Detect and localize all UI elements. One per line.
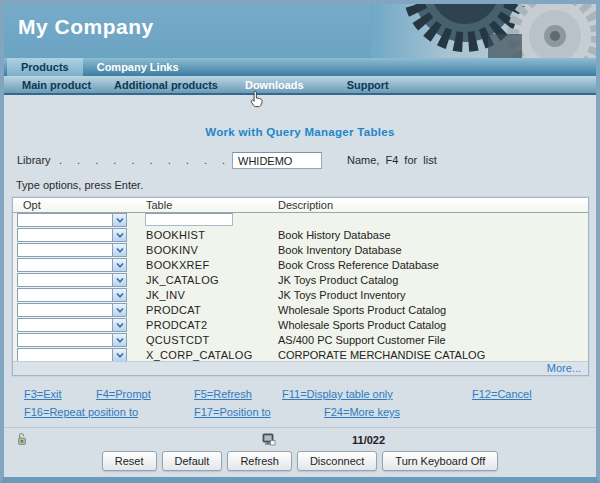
table-description: CORPORATE MERCHANDISE CATALOG bbox=[278, 349, 485, 361]
table-description: JK Toys Product Catalog bbox=[278, 274, 398, 286]
table-position-row bbox=[13, 213, 588, 228]
library-row: Library . . . . . . . . . . . Name, F4 f… bbox=[17, 152, 586, 169]
table-name: JK_CATALOG bbox=[146, 274, 219, 286]
table-name: BOOKHIST bbox=[146, 229, 205, 241]
table-name: X_CORP_CATALOG bbox=[146, 349, 253, 361]
table-name: BOOKXREF bbox=[146, 259, 210, 271]
status-separator bbox=[4, 427, 596, 428]
opt-dropdown[interactable] bbox=[17, 243, 127, 257]
chevron-down-icon bbox=[112, 349, 126, 361]
disconnect-button[interactable]: Disconnect bbox=[297, 451, 377, 471]
table-description: Book History Database bbox=[278, 229, 391, 241]
opt-dropdown[interactable] bbox=[17, 228, 127, 242]
tab-bar: ProductsCompany Links bbox=[4, 58, 596, 76]
chevron-down-icon bbox=[112, 334, 126, 346]
opt-dropdown[interactable] bbox=[17, 288, 127, 302]
opt-dropdown[interactable] bbox=[17, 258, 127, 272]
function-keys-row-1: F3=ExitF4=PromptF5=RefreshF11=Display ta… bbox=[4, 388, 596, 404]
chevron-down-icon bbox=[112, 229, 126, 241]
fkey-f3[interactable]: F3=Exit bbox=[24, 388, 62, 400]
opt-dropdown[interactable] bbox=[17, 273, 127, 287]
reset-button[interactable]: Reset bbox=[102, 451, 157, 471]
table-row: BOOKHISTBook History Database bbox=[13, 228, 588, 243]
opt-dropdown[interactable] bbox=[17, 318, 127, 332]
menu-item-downloads[interactable]: Downloads bbox=[245, 79, 304, 91]
table-row: QCUSTCDTAS/400 PC Support Customer File bbox=[13, 333, 588, 348]
tables-panel: Opt Table Description BOOKHISTBook Histo… bbox=[12, 197, 589, 376]
table-row: JK_INVJK Toys Product Inventory bbox=[13, 288, 588, 303]
chevron-down-icon bbox=[112, 274, 126, 286]
fkey-f4[interactable]: F4=Prompt bbox=[96, 388, 151, 400]
library-input[interactable] bbox=[232, 152, 322, 169]
panel-footer: More... bbox=[13, 361, 588, 375]
page-header: My Company bbox=[4, 4, 596, 58]
cursor-position: 11/022 bbox=[352, 434, 385, 446]
table-name: PRODCAT bbox=[146, 304, 201, 316]
opt-dropdown[interactable] bbox=[17, 213, 127, 227]
table-row: BOOKXREFBook Cross Reference Database bbox=[13, 258, 588, 273]
fkey-f17[interactable]: F17=Position to bbox=[194, 406, 271, 418]
library-hint: Name, F4 for list bbox=[347, 154, 437, 166]
browser-page: My Company ProductsCompany Links Main pr… bbox=[0, 0, 600, 483]
function-keys-row-2: F16=Repeat position toF17=Position toF24… bbox=[4, 406, 596, 422]
fkey-f12[interactable]: F12=Cancel bbox=[472, 388, 532, 400]
table-name: QCUSTCDT bbox=[146, 334, 210, 346]
table-description: Wholesale Sports Product Catalog bbox=[278, 319, 446, 331]
company-logo-text: My Company bbox=[18, 15, 154, 39]
chevron-down-icon bbox=[112, 259, 126, 271]
table-description: Book Cross Reference Database bbox=[278, 259, 439, 271]
column-header-description: Description bbox=[278, 199, 333, 211]
table-description: Wholesale Sports Product Catalog bbox=[278, 304, 446, 316]
screen-title: Work with Query Manager Tables bbox=[4, 126, 596, 138]
fkey-f11[interactable]: F11=Display table only bbox=[282, 388, 393, 400]
hand-cursor-icon bbox=[250, 90, 265, 108]
table-name: JK_INV bbox=[146, 289, 185, 301]
column-header-table: Table bbox=[146, 199, 172, 211]
library-label: Library bbox=[17, 154, 51, 166]
default-button[interactable]: Default bbox=[162, 451, 223, 471]
chevron-down-icon bbox=[112, 319, 126, 331]
position-to-input[interactable] bbox=[145, 213, 233, 226]
keyboard-button-row: ResetDefaultRefreshDisconnectTurn Keyboa… bbox=[4, 451, 596, 471]
menu-item-support[interactable]: Support bbox=[347, 79, 389, 91]
menu-item-main-product[interactable]: Main product bbox=[22, 79, 91, 91]
lock-open-icon bbox=[16, 432, 28, 446]
column-header-opt: Opt bbox=[23, 199, 41, 211]
table-name: BOOKINV bbox=[146, 244, 198, 256]
table-description: Book Inventory Database bbox=[278, 244, 402, 256]
opt-dropdown[interactable] bbox=[17, 303, 127, 317]
gears-image bbox=[370, 4, 596, 58]
more-link[interactable]: More... bbox=[547, 362, 581, 374]
table-row: PRODCATWholesale Sports Product Catalog bbox=[13, 303, 588, 318]
opt-dropdown[interactable] bbox=[17, 333, 127, 347]
library-dots: . . . . . . . . . . . bbox=[59, 154, 249, 166]
tab-products[interactable]: Products bbox=[7, 58, 83, 76]
monitor-icon bbox=[262, 433, 276, 446]
chevron-down-icon bbox=[112, 304, 126, 316]
refresh-button[interactable]: Refresh bbox=[227, 451, 292, 471]
fkey-f16[interactable]: F16=Repeat position to bbox=[24, 406, 138, 418]
chevron-down-icon bbox=[112, 214, 126, 226]
table-header-row: Opt Table Description bbox=[13, 198, 588, 213]
opt-dropdown[interactable] bbox=[17, 348, 127, 362]
table-row: BOOKINVBook Inventory Database bbox=[13, 243, 588, 258]
fkey-f5[interactable]: F5=Refresh bbox=[194, 388, 252, 400]
table-row: JK_CATALOGJK Toys Product Catalog bbox=[13, 273, 588, 288]
instruction-text: Type options, press Enter. bbox=[16, 179, 143, 191]
menu-item-additional-products[interactable]: Additional products bbox=[114, 79, 218, 91]
turn-keyboard-off-button[interactable]: Turn Keyboard Off bbox=[382, 451, 498, 471]
table-description: AS/400 PC Support Customer File bbox=[278, 334, 446, 346]
table-name: PRODCAT2 bbox=[146, 319, 207, 331]
chevron-down-icon bbox=[112, 289, 126, 301]
fkey-f24[interactable]: F24=More keys bbox=[324, 406, 400, 418]
table-row: PRODCAT2Wholesale Sports Product Catalog bbox=[13, 318, 588, 333]
table-description: JK Toys Product Inventory bbox=[278, 289, 406, 301]
menu-bar: Main productAdditional productsDownloads… bbox=[4, 76, 596, 95]
tab-company-links[interactable]: Company Links bbox=[83, 58, 193, 76]
chevron-down-icon bbox=[112, 244, 126, 256]
